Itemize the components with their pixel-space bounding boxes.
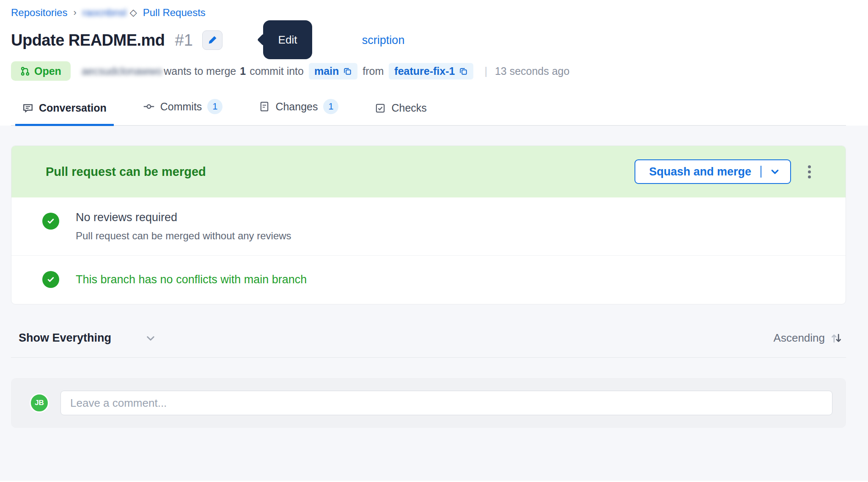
check-circle-icon [42,213,59,230]
breadcrumb-pull-requests-link[interactable]: Pull Requests [143,7,206,19]
tab-label: Changes [275,101,318,113]
breadcrumb: Repositories › raocnbnsl ◇ Pull Requests [11,7,846,19]
check-title: This branch has no conflicts with main b… [76,273,307,286]
conversation-panel: Pull request can be merged Squash and me… [0,126,868,481]
breadcrumb-repositories-link[interactable]: Repositories [11,7,67,19]
tab-count-badge: 1 [207,99,222,114]
timeline-controls: Show Everything Ascending [11,331,846,345]
head-branch-label: feature-fix-1 [394,65,455,77]
copy-icon[interactable] [343,67,352,76]
pull-request-page: Repositories › raocnbnsl ◇ Pull Requests… [0,0,868,482]
squash-and-merge-button[interactable]: Squash and merge [635,159,791,184]
avatar: JB [30,393,49,413]
check-circle-icon [42,271,59,288]
copy-icon[interactable] [459,67,468,76]
tab-changes[interactable]: Changes 1 [252,96,346,125]
from-label: from [363,65,384,77]
head-branch-badge[interactable]: feature-fix-1 [389,63,473,79]
sort-arrows-icon [830,332,843,345]
comment-box: JB [11,378,846,428]
chevron-down-icon [145,333,156,344]
merge-status-card: Pull request can be merged Squash and me… [11,145,846,304]
merge-banner-title: Pull request can be merged [46,165,206,179]
comment-input[interactable] [60,391,832,415]
tab-conversation[interactable]: Conversation [15,99,114,125]
description-link[interactable]: scription [362,34,405,47]
file-diff-icon [259,101,270,112]
conflict-check-row: This branch has no conflicts with main b… [11,255,846,304]
divider: | [484,65,487,77]
checklist-icon [375,103,386,114]
edit-tooltip: Edit [263,20,312,59]
status-badge: Open [11,61,71,81]
breadcrumb-separator-icon: › [73,7,76,18]
status-badge-label: Open [34,65,61,77]
chevron-down-icon[interactable] [770,167,780,177]
check-title: No reviews required [76,211,291,224]
merge-banner: Pull request can be merged Squash and me… [11,146,846,197]
title-row: Update README.md #1 Edit scription [11,28,846,52]
tab-count-badge: 1 [323,99,338,114]
pr-title: Update README.md [11,31,165,49]
pr-header: Repositories › raocnbnsl ◇ Pull Requests… [0,0,868,126]
sort-label: Ascending [774,331,825,345]
review-check-row: No reviews required Pull request can be … [11,197,846,255]
pull-request-icon [20,66,30,76]
merge-options-kebab-icon[interactable] [805,163,813,181]
check-subtitle: Pull request can be merged without any r… [76,230,291,242]
button-divider [761,166,761,178]
breadcrumb-repo-redacted[interactable]: raocnbnsl [82,7,126,19]
author-name-redacted[interactable]: aecsudclonawwo [82,65,162,77]
merge-text-pre: wants to merge [164,65,236,77]
filter-dropdown[interactable]: Show Everything [19,331,156,345]
section-divider [11,357,846,358]
pr-tabs: Conversation Commits 1 Changes 1 [11,96,846,126]
tab-label: Checks [391,102,426,114]
commit-icon [143,101,155,112]
filter-label: Show Everything [19,331,111,345]
comment-icon [22,103,33,114]
pr-number: #1 [175,31,193,49]
created-time: 13 seconds ago [495,65,570,77]
base-branch-badge[interactable]: main [309,63,357,79]
diamond-icon: ◇ [130,7,137,18]
tab-label: Conversation [39,102,107,114]
pencil-icon [207,35,218,46]
tab-label: Commits [160,101,202,113]
edit-tooltip-label: Edit [278,33,297,47]
commit-count: 1 [240,65,246,77]
merge-button-label: Squash and merge [649,165,751,178]
merge-text-mid: commit into [250,65,304,77]
tab-commits[interactable]: Commits 1 [136,96,230,125]
status-row: Open aecsudclonawwo wants to merge 1 com… [11,61,846,81]
edit-title-button[interactable] [202,30,222,50]
base-branch-label: main [314,65,339,77]
tab-checks[interactable]: Checks [368,99,434,125]
sort-toggle[interactable]: Ascending [774,331,843,345]
